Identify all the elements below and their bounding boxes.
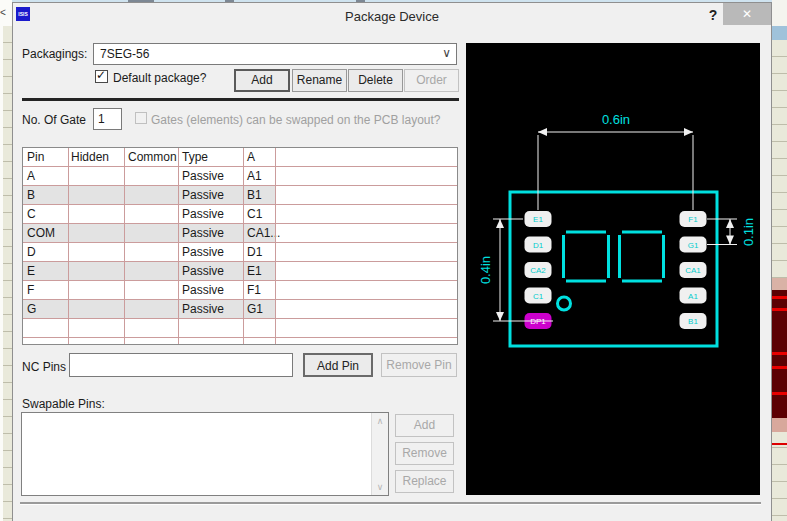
background-row-list — [3, 26, 12, 521]
pad-label: CA1 — [685, 266, 701, 275]
background-selected-row — [772, 26, 787, 40]
dimension-labels: 0.6in 0.4in 0.1in — [478, 112, 756, 284]
cell-gate-a: F1 — [247, 283, 261, 297]
dim-pitch-label: 0.1in — [741, 218, 756, 246]
table-row-empty[interactable] — [23, 338, 457, 345]
chevron-down-icon[interactable]: ∨ — [442, 46, 451, 60]
pad-label: C1 — [533, 292, 544, 301]
row-shading — [23, 262, 276, 280]
table-row[interactable]: BPassiveB1 — [23, 186, 457, 205]
close-button[interactable]: ✕ — [723, 3, 771, 25]
nc-pins-input[interactable] — [69, 353, 293, 377]
no-of-gate-label: No. Of Gate — [22, 113, 86, 127]
packagings-selected-value: 7SEG-56 — [100, 47, 149, 61]
dim-height-label: 0.4in — [478, 256, 493, 284]
delete-package-button[interactable]: Delete — [348, 69, 403, 92]
dialog-title: Package Device — [13, 9, 771, 24]
background-red-line — [772, 296, 787, 299]
dim-width-label: 0.6in — [602, 112, 630, 127]
cell-gate-a: C1 — [247, 207, 262, 221]
packagings-label: Packagings: — [22, 47, 87, 61]
pad-label: E1 — [533, 215, 543, 224]
gates-swap-checkbox[interactable] — [135, 112, 147, 124]
pad-label: CA2 — [530, 266, 546, 275]
background-red-line — [772, 392, 787, 395]
decimal-point-hole — [558, 297, 571, 310]
column-header: Hidden — [71, 150, 109, 164]
swapable-replace-button[interactable]: Replace — [395, 470, 454, 493]
pad-label: G1 — [688, 241, 699, 250]
pads-group: E1D1CA2C1DP1F1G1CA1A1B1 — [525, 211, 707, 329]
left-arrow-icon: < — [0, 7, 6, 18]
cell-pin: F — [27, 283, 34, 297]
column-header: Common — [128, 150, 177, 164]
order-package-button[interactable]: Order — [404, 69, 459, 92]
background-window-right-strip — [772, 0, 787, 521]
cell-pin: C — [27, 207, 36, 221]
add-pin-button[interactable]: Add Pin — [303, 353, 373, 377]
help-button[interactable]: ? — [706, 7, 720, 25]
background-red-line — [772, 366, 787, 369]
table-row[interactable]: FPassiveF1 — [23, 281, 457, 300]
background-red-line — [772, 443, 787, 445]
rename-package-button[interactable]: Rename — [292, 69, 347, 92]
no-of-gate-input[interactable]: 1 — [93, 108, 122, 130]
section-divider — [22, 98, 459, 101]
cell-gate-a: G1 — [247, 302, 263, 316]
table-row[interactable]: CPassiveC1 — [23, 205, 457, 224]
cell-type: Passive — [182, 188, 224, 202]
table-row[interactable]: EPassiveE1 — [23, 262, 457, 281]
pad-label: B1 — [688, 317, 698, 326]
cell-type: Passive — [182, 226, 224, 240]
background-pink-row — [772, 278, 787, 290]
scroll-up-icon[interactable]: ∧ — [372, 413, 388, 429]
swapable-pins-label: Swapable Pins: — [22, 397, 105, 411]
background-window-left-strip: < — [0, 0, 12, 521]
pad-label: A1 — [688, 292, 698, 301]
table-row[interactable]: DPassiveD1 — [23, 243, 457, 262]
package-device-dialog: ISIS Package Device ? ✕ Packagings: 7SEG… — [12, 2, 772, 521]
gates-swap-label: Gates (elements) can be swapped on the P… — [151, 113, 441, 127]
background-red-line — [772, 352, 787, 355]
listbox-scrollbar[interactable]: ∧ ∨ — [371, 413, 388, 495]
cell-pin: D — [27, 245, 36, 259]
column-header: Type — [182, 150, 208, 164]
cell-gate-a: E1 — [247, 264, 262, 278]
row-shading — [23, 186, 276, 204]
cell-type: Passive — [182, 302, 224, 316]
cell-pin: B — [27, 188, 35, 202]
cell-type: Passive — [182, 245, 224, 259]
pin-table[interactable]: PinHiddenCommonTypeAAPassiveA1BPassiveB1… — [22, 147, 458, 345]
footprint-preview: E1D1CA2C1DP1F1G1CA1A1B1 — [466, 43, 760, 495]
cell-type: Passive — [182, 283, 224, 297]
cell-type: Passive — [182, 169, 224, 183]
nc-pins-label: NC Pins — [22, 360, 66, 374]
swapable-remove-button[interactable]: Remove — [395, 442, 454, 465]
scroll-down-icon[interactable]: ∨ — [372, 479, 388, 495]
bottom-groupbox-edge — [20, 502, 761, 505]
column-grid-line — [243, 148, 244, 344]
table-row[interactable]: APassiveA1 — [23, 167, 457, 186]
background-red-line — [772, 308, 787, 311]
add-package-button[interactable]: Add — [234, 69, 290, 92]
remove-pin-button[interactable]: Remove Pin — [381, 353, 457, 377]
cell-gate-a: B1 — [247, 188, 262, 202]
pad-label: D1 — [533, 241, 544, 250]
table-row-empty[interactable] — [23, 319, 457, 338]
cell-pin: COM — [27, 226, 55, 240]
row-shading — [23, 300, 276, 318]
swapable-pins-listbox[interactable]: ∧ ∨ — [21, 412, 389, 496]
swapable-add-button[interactable]: Add — [395, 414, 454, 437]
column-grid-line — [68, 148, 69, 344]
column-header: Pin — [27, 150, 44, 164]
default-package-checkbox[interactable]: ✓ — [95, 70, 108, 83]
table-row[interactable]: COMPassiveCA1... — [23, 224, 457, 243]
row-shading — [23, 224, 276, 242]
default-package-label: Default package? — [113, 71, 206, 85]
table-row[interactable]: GPassiveG1 — [23, 300, 457, 319]
column-grid-line — [178, 148, 179, 344]
titlebar[interactable]: ISIS Package Device ? ✕ — [13, 3, 771, 29]
column-header: A — [247, 150, 255, 164]
packagings-combobox[interactable]: 7SEG-56 ∨ — [93, 43, 457, 65]
cell-pin: E — [27, 264, 35, 278]
